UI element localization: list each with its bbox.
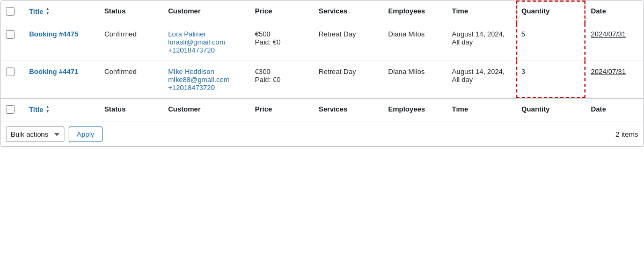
footer-sort-arrows-icon: ▲▼	[46, 105, 50, 114]
table-footer-bar: Bulk actions Apply 2 items	[1, 122, 643, 146]
select-all-checkbox[interactable]	[6, 7, 14, 16]
title-header-label: Title	[29, 8, 43, 16]
quantity-highlight-mid1	[516, 24, 586, 61]
row2-employees: Diana Milos	[388, 68, 425, 76]
row2-checkbox-cell	[1, 61, 24, 99]
row1-customer-name[interactable]: Lora Palmer	[168, 30, 244, 38]
row2-price-cell: €300 Paid: €0	[250, 61, 313, 99]
items-count: 2 items	[616, 130, 638, 138]
footer-status-header-label: Status	[104, 105, 126, 113]
row1-time-cell: August 14, 2024, All day	[447, 24, 516, 61]
header-status-cell: Status	[99, 1, 163, 24]
row2-employees-cell: Diana Milos	[383, 61, 447, 99]
price-header-label: Price	[255, 7, 272, 15]
row2-quantity-cell: 3	[516, 61, 586, 99]
footer-date-header-label: Date	[591, 105, 606, 113]
header-time-cell: Time	[447, 1, 516, 24]
date-header-label: Date	[591, 7, 606, 15]
row1-customer-phone[interactable]: +12018473720	[168, 46, 244, 54]
row2-time: August 14, 2024, All day	[452, 68, 504, 84]
row2-date: 2024/07/31	[591, 68, 626, 76]
footer-title-cell: Title ▲▼	[24, 99, 99, 122]
row2-customer-name[interactable]: Mike Heddison	[168, 68, 244, 76]
header-customer-cell: Customer	[163, 1, 250, 24]
row2-quantity: 3	[522, 68, 525, 76]
quantity-highlight-mid2	[516, 61, 586, 98]
row1-quantity: 5	[522, 30, 525, 38]
footer-customer-header-label: Customer	[168, 105, 201, 113]
row1-status: Confirmed	[104, 30, 136, 38]
row1-customer-cell: Lora Palmer lorasli@gmail.com +120184737…	[163, 24, 250, 61]
row1-date: 2024/07/31	[591, 30, 626, 38]
table-row: Booking #4471 Confirmed Mike Heddison mi…	[1, 61, 643, 99]
header-title-cell: Title ▲▼	[24, 1, 99, 24]
row2-date-cell: 2024/07/31	[586, 61, 643, 99]
services-header-label: Services	[319, 7, 348, 15]
row1-date-cell: 2024/07/31	[586, 24, 643, 61]
row2-time-cell: August 14, 2024, All day	[447, 61, 516, 99]
time-header-label: Time	[452, 7, 468, 15]
footer-header-row: Title ▲▼ Status Customer Price Services	[1, 99, 643, 122]
row1-checkbox-cell	[1, 24, 24, 61]
row1-customer-email[interactable]: lorasli@gmail.com	[168, 38, 244, 46]
employees-header-label: Employees	[388, 7, 425, 15]
row1-price: €500	[255, 30, 308, 38]
row1-time: August 14, 2024, All day	[452, 30, 504, 46]
row2-customer-cell: Mike Heddison mike88@gmail.com +12018473…	[163, 61, 250, 99]
header-row: Title ▲▼ Status Customer Price Services	[1, 1, 643, 24]
footer-title-sort-button[interactable]: Title ▲▼	[29, 105, 93, 114]
row2-price: €300	[255, 68, 308, 76]
row2-customer-email[interactable]: mike88@gmail.com	[168, 76, 244, 84]
table-row: Booking #4475 Confirmed Lora Palmer lora…	[1, 24, 643, 61]
row2-services-cell: Retreat Day	[313, 61, 383, 99]
row2-status-cell: Confirmed	[99, 61, 163, 99]
bookings-table: Title ▲▼ Status Customer Price Services	[1, 1, 643, 122]
footer-date-cell: Date	[586, 99, 643, 122]
sort-arrows-icon: ▲▼	[46, 7, 50, 16]
row1-services: Retreat Day	[319, 30, 356, 38]
row1-booking-link[interactable]: Booking #4475	[29, 30, 78, 38]
row1-services-cell: Retreat Day	[313, 24, 383, 61]
quantity-header-label: Quantity	[522, 7, 550, 15]
row2-booking-link[interactable]: Booking #4471	[29, 68, 78, 76]
header-employees-cell: Employees	[383, 1, 447, 24]
title-sort-button[interactable]: Title ▲▼	[29, 7, 93, 16]
row2-checkbox[interactable]	[6, 68, 14, 76]
row1-checkbox[interactable]	[6, 30, 14, 39]
row2-services: Retreat Day	[319, 68, 356, 76]
footer-checkbox-cell	[1, 99, 24, 122]
footer-status-cell: Status	[99, 99, 163, 122]
footer-employees-cell: Employees	[383, 99, 447, 122]
row1-price-cell: €500 Paid: €0	[250, 24, 313, 61]
row1-paid: Paid: €0	[255, 38, 308, 46]
row2-paid: Paid: €0	[255, 76, 308, 84]
header-price-cell: Price	[250, 1, 313, 24]
header-date-cell: Date	[586, 1, 643, 24]
row2-status: Confirmed	[104, 68, 136, 76]
footer-services-header-label: Services	[319, 105, 348, 113]
row1-title-cell: Booking #4475	[24, 24, 99, 61]
footer-quantity-cell: Quantity	[516, 99, 586, 122]
footer-customer-cell: Customer	[163, 99, 250, 122]
footer-title-header-label: Title	[29, 106, 43, 114]
footer-price-header-label: Price	[255, 105, 272, 113]
footer-select-all-checkbox[interactable]	[6, 105, 14, 114]
footer-time-cell: Time	[447, 99, 516, 122]
footer-price-cell: Price	[250, 99, 313, 122]
apply-button[interactable]: Apply	[69, 127, 103, 142]
row2-customer-phone[interactable]: +12018473720	[168, 84, 244, 92]
footer-services-cell: Services	[313, 99, 383, 122]
header-quantity-cell: Quantity	[516, 1, 586, 24]
row2-title-cell: Booking #4471	[24, 61, 99, 99]
customer-header-label: Customer	[168, 7, 201, 15]
footer-time-header-label: Time	[452, 105, 468, 113]
status-header-label: Status	[104, 7, 126, 15]
row1-employees: Diana Milos	[388, 30, 425, 38]
footer-employees-header-label: Employees	[388, 105, 425, 113]
footer-quantity-header-label: Quantity	[522, 105, 550, 113]
header-checkbox-cell	[1, 1, 24, 24]
bookings-table-container: Title ▲▼ Status Customer Price Services	[0, 0, 644, 147]
bulk-actions-select[interactable]: Bulk actions	[6, 127, 64, 142]
header-services-cell: Services	[313, 1, 383, 24]
row1-status-cell: Confirmed	[99, 24, 163, 61]
